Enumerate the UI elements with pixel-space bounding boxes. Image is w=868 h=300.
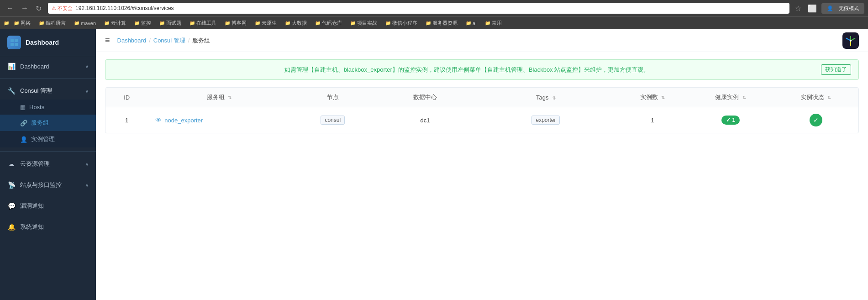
- row-datacenter: dc1: [375, 107, 475, 133]
- bookmark-monitor[interactable]: 📁监控: [131, 19, 155, 27]
- instance-management-icon: 👤: [20, 136, 27, 143]
- bookmark-interview[interactable]: 📁面试题: [156, 19, 185, 27]
- bookmark-cloudnative[interactable]: 📁云原生: [251, 19, 280, 27]
- breadcrumb-home[interactable]: Dashboard: [117, 37, 147, 44]
- instances-sort-icon: ⇅: [661, 95, 665, 100]
- sidebar-divider-1: [0, 78, 96, 79]
- bookmark-bigdata[interactable]: 📁大数据: [281, 19, 310, 27]
- bookmark-common[interactable]: 📁常用: [481, 19, 505, 27]
- col-header-tags[interactable]: Tags ⇅: [475, 88, 617, 107]
- bookmark-maven[interactable]: 📁maven: [70, 20, 100, 27]
- logo-text: Dashboard: [26, 39, 59, 46]
- sidebar-item-site-monitor[interactable]: 📡 站点与接口监控 ∨: [0, 176, 96, 194]
- sidebar-section-cloud: ☁ 云资源管理 ∨: [0, 153, 96, 174]
- col-header-id: ID: [105, 88, 148, 107]
- dashboard-icon: 📊: [7, 63, 16, 70]
- sidebar-item-sys-notify-label: 系统通知: [20, 223, 89, 231]
- sidebar-item-cloud-resources[interactable]: ☁ 云资源管理 ∨: [0, 155, 96, 173]
- sidebar-section-consul: 🔧 Consul 管理 ∧ ▦ Hosts 🔗 服务组 👤 实例管理: [0, 80, 96, 149]
- sidebar-section-site-monitor: 📡 站点与接口监控 ∨: [0, 174, 96, 195]
- notice-dismiss-button[interactable]: 获知道了: [821, 64, 851, 75]
- menu-toggle-button[interactable]: ≡: [105, 36, 110, 45]
- browser-actions: ☆ ⬜ 👤 无痕模式: [793, 3, 864, 14]
- top-bar: ≡ Dashboard / Consul 管理 / 服务组: [96, 29, 868, 52]
- col-header-service[interactable]: 服务组 ⇅: [148, 88, 290, 107]
- bookmark-server[interactable]: 📁服务器资源: [422, 19, 461, 27]
- site-monitor-arrow-icon: ∨: [85, 183, 89, 188]
- address-bar[interactable]: ⚠ 不安全 192.168.182.110:1026/#/consul/serv…: [48, 3, 789, 14]
- app-switcher-button[interactable]: [842, 32, 859, 49]
- service-sort-icon: ⇅: [228, 95, 231, 100]
- bookmark-blog[interactable]: 📁博客网: [221, 19, 250, 27]
- bookmark-tools[interactable]: 📁在线工具: [186, 19, 220, 27]
- sys-notify-icon: 🔔: [7, 223, 16, 231]
- bookmark-wechat[interactable]: 📁微信小程序: [382, 19, 421, 27]
- bookmark-language[interactable]: 📁编程语言: [35, 19, 69, 27]
- row-node: consul: [290, 107, 375, 133]
- sidebar-item-consul-management[interactable]: 🔧 Consul 管理 ∧: [0, 82, 96, 100]
- breadcrumb-sep-2: /: [188, 37, 190, 44]
- node-badge: consul: [321, 116, 345, 125]
- health-count: 1: [732, 117, 736, 123]
- browser-chrome: ← → ↻ ⚠ 不安全 192.168.182.110:1026/#/consu…: [0, 0, 868, 16]
- row-instances: 1: [617, 107, 688, 133]
- sidebar-section-vuln: 💬 漏洞通知: [0, 195, 96, 216]
- site-monitor-icon: 📡: [7, 181, 16, 189]
- dashboard-arrow-icon: ∧: [85, 64, 89, 69]
- services-table: ID 服务组 ⇅ 节点 数据中心: [105, 88, 858, 133]
- sidebar-item-dashboard[interactable]: 📊 Dashboard ∧: [0, 58, 96, 74]
- table-body: 1 👁 node_exporter consul dc1: [105, 107, 858, 133]
- tab-icon[interactable]: ⬜: [806, 3, 819, 14]
- cloud-arrow-icon: ∨: [85, 162, 89, 167]
- bookmark-cloud[interactable]: 📁云计算: [100, 19, 130, 27]
- svg-rect-1: [15, 39, 18, 42]
- sidebar-section-sysnotify: 🔔 系统通知: [0, 216, 96, 237]
- svg-rect-3: [15, 43, 18, 46]
- notice-banner: 如需管理【自建主机、blackbox_exporter】的监控实例，建议使用左侧…: [105, 59, 859, 80]
- sidebar-item-sys-notify[interactable]: 🔔 系统通知: [0, 218, 96, 236]
- app-layout: Dashboard 📊 Dashboard ∧ 🔧 Consul 管理 ∧ ▦ …: [0, 29, 868, 300]
- breadcrumb-sep-1: /: [149, 37, 151, 44]
- main-content: ≡ Dashboard / Consul 管理 / 服务组: [96, 29, 868, 300]
- back-button[interactable]: ←: [4, 3, 16, 13]
- svg-point-5: [850, 40, 852, 42]
- sidebar-logo: Dashboard: [0, 29, 96, 56]
- sidebar-item-instance-management[interactable]: 👤 实例管理: [0, 131, 96, 147]
- col-header-datacenter: 数据中心: [375, 88, 475, 107]
- row-tags: exporter: [475, 107, 617, 133]
- forward-button[interactable]: →: [18, 3, 31, 13]
- bookmark-repo[interactable]: 📁代码仓库: [311, 19, 346, 27]
- service-eye-icon: 👁: [155, 116, 162, 124]
- tags-sort-icon: ⇅: [552, 95, 556, 100]
- consul-management-icon: 🔧: [7, 87, 16, 95]
- row-healthy: ✓ 1: [688, 107, 773, 133]
- sidebar-item-site-monitor-label: 站点与接口监控: [20, 181, 81, 189]
- top-bar-actions: [842, 32, 859, 49]
- col-header-instances[interactable]: 实例数 ⇅: [617, 88, 688, 107]
- sidebar-item-vuln-notify[interactable]: 💬 漏洞通知: [0, 197, 96, 215]
- service-link[interactable]: 👁 node_exporter: [155, 116, 283, 124]
- health-badge: ✓ 1: [721, 116, 740, 125]
- incognito-button[interactable]: 👤 无痕模式: [821, 3, 864, 14]
- bookmark-star-icon[interactable]: ☆: [793, 3, 803, 14]
- breadcrumb-section[interactable]: Consul 管理: [153, 37, 185, 45]
- bookmark-ai[interactable]: 📁ai: [462, 20, 480, 27]
- browser-nav: ← → ↻: [4, 3, 44, 14]
- health-check-icon: ✓: [726, 117, 731, 123]
- col-header-healthy[interactable]: 健康实例 ⇅: [688, 88, 773, 107]
- healthy-sort-icon: ⇅: [742, 95, 746, 100]
- bookmarks-bar: 📁 📁网络 📁编程语言 📁maven 📁云计算 📁监控 📁面试题 📁在线工具 📁…: [0, 16, 868, 29]
- sidebar-item-vuln-label: 漏洞通知: [20, 202, 89, 210]
- tag-badge-exporter: exporter: [531, 116, 560, 125]
- status-sort-icon: ⇅: [827, 95, 831, 100]
- sidebar-item-service-group-label: 服务组: [31, 119, 49, 127]
- security-warning-icon: ⚠ 不安全: [52, 5, 73, 12]
- bookmark-project[interactable]: 📁项目实战: [347, 19, 381, 27]
- sidebar-item-service-group[interactable]: 🔗 服务组: [0, 115, 96, 131]
- service-name: node_exporter: [164, 117, 203, 124]
- bookmark-network[interactable]: 📁网络: [10, 19, 34, 27]
- sidebar-item-hosts[interactable]: ▦ Hosts: [0, 100, 96, 115]
- col-header-status[interactable]: 实例状态 ⇅: [773, 88, 858, 107]
- refresh-button[interactable]: ↻: [33, 3, 44, 14]
- sidebar-item-consul-label: Consul 管理: [20, 87, 81, 95]
